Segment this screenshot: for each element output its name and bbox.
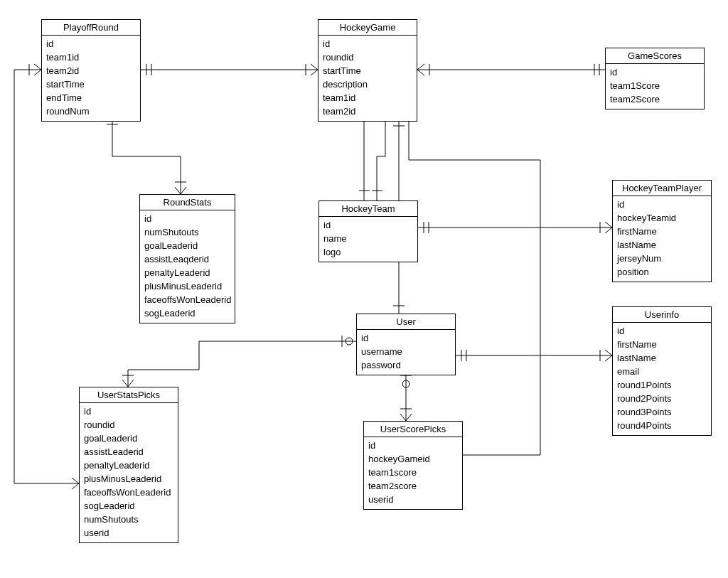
- attr: lastName: [617, 351, 707, 365]
- entity-title: HockeyGame: [318, 20, 417, 36]
- svg-point-0: [346, 338, 353, 345]
- entity-title: UserStatsPicks: [80, 387, 178, 403]
- entity-title: HockeyTeamPlayer: [613, 181, 711, 196]
- attr: penaltyLeaderid: [84, 459, 173, 472]
- entity-title: PlayoffRound: [42, 20, 140, 36]
- attr: startTime: [46, 77, 136, 91]
- attr: team1id: [323, 91, 412, 105]
- attr: team1Score: [610, 79, 700, 92]
- entity-attrs: id roundid goalLeaderid assistLeaderid p…: [80, 403, 178, 542]
- attr: assistLeaqderid: [144, 252, 230, 266]
- attr: team2id: [323, 105, 412, 118]
- entity-userinfo: Userinfo id firstName lastName email rou…: [612, 306, 712, 436]
- attr: team2Score: [610, 92, 700, 106]
- entity-attrs: id username password: [357, 330, 455, 375]
- attr: round4Points: [617, 419, 707, 432]
- attr: firstName: [617, 338, 707, 351]
- entity-user-score-picks: UserScorePicks id hockeyGameid team1scor…: [363, 421, 463, 510]
- attr: id: [46, 37, 136, 50]
- entity-user-stats-picks: UserStatsPicks id roundid goalLeaderid a…: [79, 387, 178, 543]
- attr: sogLeaderid: [84, 499, 173, 513]
- attr: round3Points: [617, 405, 707, 419]
- entity-attrs: id numShutouts goalLeaderid assistLeaqde…: [140, 210, 235, 323]
- entity-title: UserScorePicks: [364, 422, 462, 437]
- attr: team2id: [46, 64, 136, 77]
- attr: id: [361, 331, 451, 345]
- attr: password: [361, 358, 451, 372]
- attr: lastName: [617, 238, 707, 252]
- attr: endTime: [46, 91, 136, 105]
- attr: roundNum: [46, 105, 136, 118]
- entity-attrs: id name logo: [319, 217, 417, 262]
- attr: penaltyLeaderid: [144, 266, 230, 279]
- entity-game-scores: GameScores id team1Score team2Score: [605, 48, 705, 109]
- attr: jerseyNum: [617, 252, 707, 265]
- attr: assistLeaderid: [84, 445, 173, 459]
- entity-title: RoundStats: [140, 195, 235, 210]
- entity-round-stats: RoundStats id numShutouts goalLeaderid a…: [139, 194, 235, 323]
- entity-playoff-round: PlayoffRound id team1id team2id startTim…: [41, 19, 141, 122]
- attr: id: [617, 324, 707, 338]
- attr: team1score: [368, 466, 458, 479]
- attr: goalLeaderid: [144, 239, 230, 252]
- attr: roundid: [84, 418, 173, 432]
- entity-title: User: [357, 314, 455, 330]
- attr: email: [617, 365, 707, 378]
- attr: faceoffsWonLeaderid: [84, 486, 173, 499]
- entity-attrs: id hockeyGameid team1score team2score us…: [364, 437, 462, 509]
- attr: userid: [84, 526, 173, 540]
- attr: username: [361, 345, 451, 358]
- attr: plusMinusLeaderid: [144, 279, 230, 293]
- attr: logo: [323, 245, 413, 259]
- entity-attrs: id hockeyTeamid firstName lastName jerse…: [613, 196, 711, 282]
- attr: sogLeaderid: [144, 306, 230, 320]
- attr: plusMinusLeaderid: [84, 472, 173, 486]
- attr: position: [617, 265, 707, 279]
- entity-attrs: id firstName lastName email round1Points…: [613, 323, 711, 435]
- entity-hockey-game: HockeyGame id roundid startTime descript…: [318, 19, 417, 122]
- entity-attrs: id team1id team2id startTime endTime rou…: [42, 36, 140, 121]
- attr: goalLeaderid: [84, 432, 173, 445]
- attr: name: [323, 232, 413, 245]
- attr: roundid: [323, 50, 412, 64]
- attr: hockeyTeamid: [617, 211, 707, 225]
- attr: id: [144, 212, 230, 225]
- entity-hockey-team-player: HockeyTeamPlayer id hockeyTeamid firstNa…: [612, 180, 712, 282]
- attr: id: [84, 405, 173, 418]
- attr: round1Points: [617, 378, 707, 392]
- entity-hockey-team: HockeyTeam id name logo: [318, 200, 418, 262]
- attr: numShutouts: [84, 513, 173, 526]
- entity-attrs: id team1Score team2Score: [606, 64, 704, 109]
- attr: round2Points: [617, 392, 707, 405]
- entity-attrs: id roundid startTime description team1id…: [318, 36, 417, 121]
- attr: description: [323, 77, 412, 91]
- svg-point-1: [402, 380, 410, 387]
- attr: firstName: [617, 225, 707, 238]
- attr: id: [368, 439, 458, 452]
- entity-user: User id username password: [356, 314, 456, 375]
- attr: id: [323, 37, 412, 50]
- attr: hockeyGameid: [368, 452, 458, 466]
- attr: id: [323, 218, 413, 232]
- entity-title: HockeyTeam: [319, 201, 417, 217]
- attr: id: [610, 65, 700, 79]
- attr: startTime: [323, 64, 412, 77]
- attr: numShutouts: [144, 225, 230, 239]
- entity-title: Userinfo: [613, 307, 711, 323]
- attr: team1id: [46, 50, 136, 64]
- attr: id: [617, 198, 707, 211]
- entity-title: GameScores: [606, 48, 704, 64]
- attr: userid: [368, 493, 458, 506]
- attr: faceoffsWonLeaderid: [144, 293, 230, 306]
- attr: team2score: [368, 479, 458, 493]
